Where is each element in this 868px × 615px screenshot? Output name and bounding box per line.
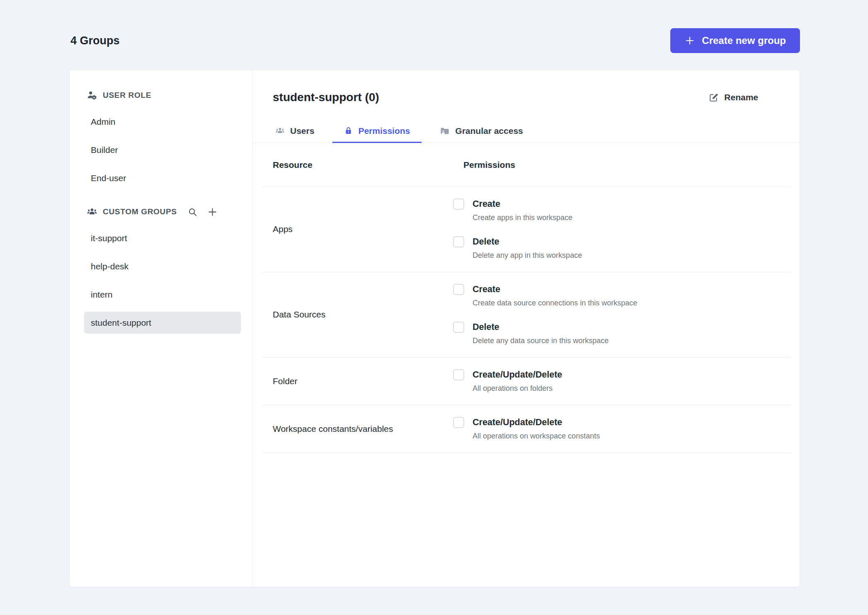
- sidebar-item-it-support[interactable]: it-support: [84, 227, 241, 249]
- lock-icon: [344, 126, 353, 135]
- table-row-workspace-constants: Workspace constants/variables Create/Upd…: [262, 405, 790, 453]
- person-gear-icon: [87, 90, 97, 101]
- group-detail-header: student-support (0) Rename: [253, 88, 800, 107]
- checkbox-datasources-create[interactable]: [453, 284, 464, 295]
- checkbox-apps-delete[interactable]: [453, 236, 464, 247]
- permission-text: Create Create apps in this workspace: [473, 198, 572, 223]
- table-row-apps: Apps Create Create apps in this workspac…: [262, 187, 790, 272]
- sidebar-item-help-desk[interactable]: help-desk: [84, 255, 241, 277]
- sidebar-item-label: Builder: [91, 145, 118, 155]
- sidebar-item-label: it-support: [91, 233, 127, 243]
- permissions-cell: Create/Update/Delete All operations on f…: [453, 369, 790, 393]
- group-title: student-support (0): [273, 91, 379, 104]
- permissions-column-header: Permissions: [453, 160, 790, 170]
- group-detail-panel: student-support (0) Rename: [253, 70, 800, 587]
- users-icon: [275, 126, 285, 136]
- table-row-data-sources: Data Sources Create Create data source c…: [262, 272, 790, 358]
- user-role-list: Admin Builder End-user: [84, 111, 241, 189]
- permission-description: Create apps in this workspace: [473, 213, 572, 223]
- user-role-section-header: USER ROLE: [84, 90, 241, 101]
- permission-description: All operations on folders: [473, 384, 562, 393]
- user-role-header-label: USER ROLE: [103, 91, 151, 100]
- permissions-cell: Create Create data source connections in…: [453, 283, 790, 346]
- permissions-cell: Create Create apps in this workspace Del…: [453, 198, 790, 260]
- permission-text: Create Create data source connections in…: [473, 283, 637, 308]
- permission-description: Delete any app in this workspace: [473, 251, 582, 260]
- resource-label: Apps: [262, 198, 453, 260]
- sidebar-item-label: End-user: [91, 173, 126, 183]
- folder-user-icon: [440, 126, 450, 136]
- permission-item-apps-delete: Delete Delete any app in this workspace: [453, 236, 790, 260]
- people-icon: [87, 206, 97, 217]
- permission-text: Create/Update/Delete All operations on w…: [473, 416, 600, 441]
- permission-description: Create data source connections in this w…: [473, 298, 637, 308]
- search-icon: [188, 207, 197, 217]
- resource-label: Data Sources: [262, 283, 453, 346]
- sidebar-item-admin[interactable]: Admin: [84, 111, 241, 133]
- checkbox-workspace-constants-cud[interactable]: [453, 417, 464, 428]
- rename-label: Rename: [724, 92, 758, 102]
- permission-label: Create: [473, 283, 637, 295]
- group-tabs: Users Permissions: [253, 120, 800, 143]
- tab-users[interactable]: Users: [264, 120, 326, 143]
- page-title: 4 Groups: [70, 34, 120, 47]
- permission-item-datasources-delete: Delete Delete any data source in this wo…: [453, 321, 790, 346]
- permission-text: Create/Update/Delete All operations on f…: [473, 369, 562, 393]
- custom-groups-section-header: CUSTOM GROUPS: [84, 206, 241, 217]
- permissions-table-header: Resource Permissions: [262, 143, 790, 187]
- tab-granular-access[interactable]: Granular access: [428, 120, 534, 143]
- custom-groups-actions: [188, 207, 218, 217]
- add-group-button[interactable]: [207, 207, 218, 217]
- sidebar-item-end-user[interactable]: End-user: [84, 167, 241, 189]
- permission-item-folder-cud: Create/Update/Delete All operations on f…: [453, 369, 790, 393]
- tab-permissions[interactable]: Permissions: [332, 120, 422, 143]
- permission-item-workspace-constants-cud: Create/Update/Delete All operations on w…: [453, 416, 790, 441]
- sidebar-item-label: student-support: [91, 318, 151, 328]
- custom-groups-header-label: CUSTOM GROUPS: [103, 207, 177, 216]
- create-new-group-button[interactable]: Create new group: [670, 28, 800, 53]
- checkbox-apps-create[interactable]: [453, 199, 464, 210]
- table-row-folder: Folder Create/Update/Delete All operatio…: [262, 358, 790, 405]
- permission-description: Delete any data source in this workspace: [473, 336, 609, 346]
- tab-label: Permissions: [358, 126, 410, 136]
- plus-icon: [684, 35, 695, 46]
- checkbox-datasources-delete[interactable]: [453, 322, 464, 333]
- rename-button[interactable]: Rename: [708, 92, 758, 103]
- plus-icon: [207, 207, 218, 217]
- permissions-table: Resource Permissions Apps Create Create …: [262, 143, 790, 453]
- resource-label: Workspace constants/variables: [262, 416, 453, 441]
- custom-groups-list: it-support help-desk intern student-supp…: [84, 227, 241, 334]
- page-header: 4 Groups Create new group: [0, 0, 868, 53]
- permission-label: Create/Update/Delete: [473, 369, 562, 380]
- permission-text: Delete Delete any app in this workspace: [473, 236, 582, 260]
- sidebar-item-builder[interactable]: Builder: [84, 139, 241, 161]
- tab-label: Granular access: [455, 126, 523, 136]
- search-groups-button[interactable]: [188, 207, 197, 217]
- permission-description: All operations on workspace constants: [473, 431, 600, 441]
- permission-text: Delete Delete any data source in this wo…: [473, 321, 609, 346]
- sidebar-item-label: Admin: [91, 117, 116, 127]
- create-new-group-label: Create new group: [702, 35, 786, 46]
- sidebar-item-label: intern: [91, 290, 113, 300]
- resource-label: Folder: [262, 369, 453, 393]
- permissions-cell: Create/Update/Delete All operations on w…: [453, 416, 790, 441]
- resource-column-header: Resource: [262, 160, 453, 170]
- permission-label: Create/Update/Delete: [473, 416, 600, 428]
- sidebar-item-label: help-desk: [91, 261, 129, 271]
- checkbox-folder-cud[interactable]: [453, 369, 464, 380]
- pencil-square-icon: [708, 92, 719, 103]
- groups-card: USER ROLE Admin Builder End-user: [69, 70, 800, 587]
- permission-item-apps-create: Create Create apps in this workspace: [453, 198, 790, 223]
- permission-label: Create: [473, 198, 572, 210]
- sidebar-item-student-support[interactable]: student-support: [84, 312, 241, 334]
- permission-label: Delete: [473, 236, 582, 247]
- permission-label: Delete: [473, 321, 609, 333]
- tab-label: Users: [290, 126, 314, 136]
- permission-item-datasources-create: Create Create data source connections in…: [453, 283, 790, 308]
- sidebar-item-intern[interactable]: intern: [84, 283, 241, 305]
- groups-sidebar: USER ROLE Admin Builder End-user: [70, 70, 253, 587]
